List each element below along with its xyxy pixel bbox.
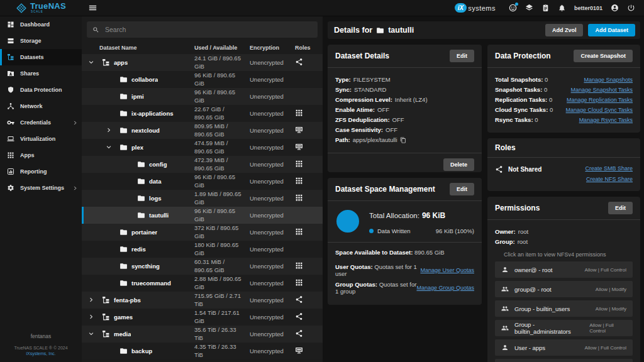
encryption-value: Unencrypted — [250, 144, 295, 151]
share-role-icon — [295, 58, 303, 66]
permission-item[interactable]: owner@ - rootAllow | Full Control — [495, 261, 633, 278]
dataset-name: tautulli — [149, 212, 169, 219]
company-link[interactable]: iXsystems, Inc. — [0, 351, 82, 356]
permission-item[interactable]: Group - builtin_administratorsAllow | Fu… — [495, 320, 633, 336]
search-box[interactable] — [87, 21, 318, 38]
permission-item[interactable]: Group - appsAllow | Modify — [495, 359, 633, 362]
chevron-down-icon[interactable] — [88, 331, 98, 338]
encryption-value: Unencrypted — [250, 246, 295, 253]
encryption-value: Unencrypted — [250, 280, 295, 287]
menu-icon[interactable] — [88, 3, 97, 13]
tree-row-truecommand[interactable]: truecommand2.88 MiB / 890.65 GiBUnencryp… — [82, 275, 323, 292]
sidebar-item-network[interactable]: Network — [0, 98, 82, 114]
chevron-right-icon[interactable] — [88, 297, 98, 304]
sidebar-item-data-protection[interactable]: Data Protection — [0, 82, 82, 98]
tree-row-media[interactable]: media35.6 TiB / 26.33 TiBUnencrypted — [82, 326, 323, 343]
sidebar-item-storage[interactable]: Storage — [0, 33, 82, 49]
share-icon — [495, 165, 503, 173]
search-icon — [92, 26, 99, 33]
add-dataset-button[interactable]: Add Dataset — [588, 24, 635, 36]
delete-dataset-button[interactable]: Delete — [443, 158, 474, 171]
dataset-name-cell: plex — [82, 143, 194, 151]
account-icon[interactable] — [611, 4, 619, 12]
manage-group-quotas-link[interactable]: Manage Group Quotas — [416, 285, 474, 291]
permission-access: Allow | Modify — [596, 287, 626, 292]
encryption-value: Unencrypted — [250, 229, 295, 236]
create-nfs-share-link[interactable]: Create NFS Share — [586, 176, 633, 182]
chevron-down-icon[interactable] — [106, 144, 116, 151]
tree-row-fenta-pbs[interactable]: fenta-pbs715.95 GiB / 2.71 TiBUnencrypte… — [82, 292, 323, 309]
chevron-right-icon[interactable] — [88, 314, 98, 321]
space-management-edit-button[interactable]: Edit — [450, 183, 474, 195]
details-title-prefix: Details for — [334, 26, 372, 35]
tree-row-ipmi[interactable]: ipmi96 KiB / 890.65 GiBUnencrypted — [82, 88, 323, 105]
feedback-icon[interactable] — [509, 4, 517, 12]
sidebar-item-label: Reporting — [20, 168, 47, 175]
tree-row-config[interactable]: config472.39 MiB / 890.65 GiBUnencrypted — [82, 156, 323, 173]
link-manage-cloud-sync-tasks[interactable]: Manage Cloud Sync Tasks — [566, 107, 633, 113]
username: better0101 — [574, 5, 602, 11]
sidebar-item-credentials[interactable]: Credentials — [0, 114, 82, 131]
tree-row-syncthing[interactable]: syncthing60.31 MiB / 890.65 GiBUnencrypt… — [82, 258, 323, 275]
sidebar-item-apps[interactable]: Apps — [0, 147, 82, 163]
alerts-bell-icon[interactable] — [558, 4, 566, 12]
tree-row-backup[interactable]: backup4.35 TiB / 26.33 TiBUnencrypted — [82, 343, 323, 359]
tree-row-redis[interactable]: redis180 KiB / 890.65 GiBUnencrypted — [82, 241, 323, 258]
jobs-icon[interactable] — [541, 4, 550, 12]
permission-item[interactable]: group@ - rootAllow | Modify — [495, 281, 633, 297]
chevron-down-icon[interactable] — [88, 59, 98, 67]
sidebar-item-label: Credentials — [20, 119, 51, 126]
dataset-name: ipmi — [131, 93, 144, 100]
data-protection-row: Cloud Sync Tasks: 0Manage Cloud Sync Tas… — [495, 106, 633, 113]
truenas-logo[interactable]: TrueNAS SCALE — [0, 2, 82, 14]
sidebar-item-datasets[interactable]: Datasets — [0, 49, 82, 65]
shares-icon — [7, 70, 14, 77]
truecommand-icon[interactable] — [525, 4, 533, 12]
tree-row-data[interactable]: data96 KiB / 890.65 GiBUnencrypted — [82, 173, 323, 190]
smb-role-icon — [295, 126, 303, 134]
permissions-edit-button[interactable]: Edit — [608, 202, 633, 214]
create-smb-share-link[interactable]: Create SMB Share — [585, 165, 633, 172]
dp-label: Rsync Tasks: 0 — [495, 116, 538, 123]
permission-item[interactable]: User - appsAllow | Full Control — [495, 339, 633, 356]
create-snapshot-button[interactable]: Create Snapshot — [574, 50, 633, 62]
used-available-value: 2.88 MiB / 890.65 GiB — [194, 275, 250, 291]
permission-item[interactable]: Group - builtin_usersAllow | Modify — [495, 300, 633, 317]
tree-row-plex[interactable]: plex474.59 MiB / 890.65 GiBUnencrypted — [82, 139, 323, 156]
dashboard-icon — [7, 21, 14, 28]
col-dataset-name: Dataset Name — [82, 45, 194, 51]
sidebar-item-reporting[interactable]: Reporting — [0, 163, 82, 180]
dataset-icon — [102, 58, 110, 67]
link-manage-replication-tasks[interactable]: Manage Replication Tasks — [567, 97, 633, 103]
tree-row-ix-applications[interactable]: ix-applications22.67 GiB / 890.65 GiBUne… — [82, 105, 323, 122]
sidebar-item-shares[interactable]: Shares — [0, 65, 82, 82]
chevron-right-icon[interactable] — [106, 127, 116, 134]
add-zvol-button[interactable]: Add Zvol — [545, 24, 584, 36]
used-available-value: 809.95 MiB / 890.65 GiB — [194, 123, 250, 138]
truenas-logo-icon — [16, 3, 27, 14]
encryption-value: Unencrypted — [250, 297, 295, 304]
search-input[interactable] — [104, 25, 312, 34]
tree-row-tautulli[interactable]: tautulli96 KiB / 890.65 GiBUnencrypted — [82, 207, 323, 224]
sidebar-item-dashboard[interactable]: Dashboard — [0, 16, 82, 33]
copy-icon[interactable] — [400, 137, 406, 143]
link-manage-snapshots[interactable]: Manage Snapshots — [584, 77, 633, 83]
dataset-name-cell: config — [82, 160, 194, 168]
total-allocation-value: 96 KiB — [422, 211, 445, 220]
tree-row-logs[interactable]: logs1.89 MiB / 890.65 GiBUnencrypted — [82, 190, 323, 207]
used-available-value: 715.95 GiB / 2.71 TiB — [194, 292, 250, 308]
link-manage-rsync-tasks[interactable]: Manage Rsync Tasks — [579, 117, 633, 123]
dataset-details-edit-button[interactable]: Edit — [450, 50, 474, 62]
encryption-value: Unencrypted — [250, 178, 295, 185]
tree-row-nextcloud[interactable]: nextcloud809.95 MiB / 890.65 GiBUnencryp… — [82, 122, 323, 139]
power-icon[interactable] — [627, 4, 635, 12]
link-manage-snapshot-tasks[interactable]: Manage Snapshot Tasks — [571, 87, 633, 93]
tree-row-games[interactable]: games1.54 TiB / 217.61 GiBUnencrypted — [82, 309, 323, 326]
sidebar-item-system-settings[interactable]: System Settings — [0, 180, 82, 196]
sidebar-item-virtualization[interactable]: Virtualization — [0, 131, 82, 147]
tree-row-collabora[interactable]: collabora96 KiB / 890.65 GiBUnencrypted — [82, 71, 323, 88]
tree-row-portainer[interactable]: portainer372 KiB / 890.65 GiBUnencrypted — [82, 224, 323, 241]
manage-user-quotas-link[interactable]: Manage User Quotas — [420, 267, 474, 273]
used-available-value: 96 KiB / 890.65 GiB — [194, 89, 250, 104]
tree-row-apps[interactable]: apps24.1 GiB / 890.65 GiBUnencrypted — [82, 54, 323, 71]
